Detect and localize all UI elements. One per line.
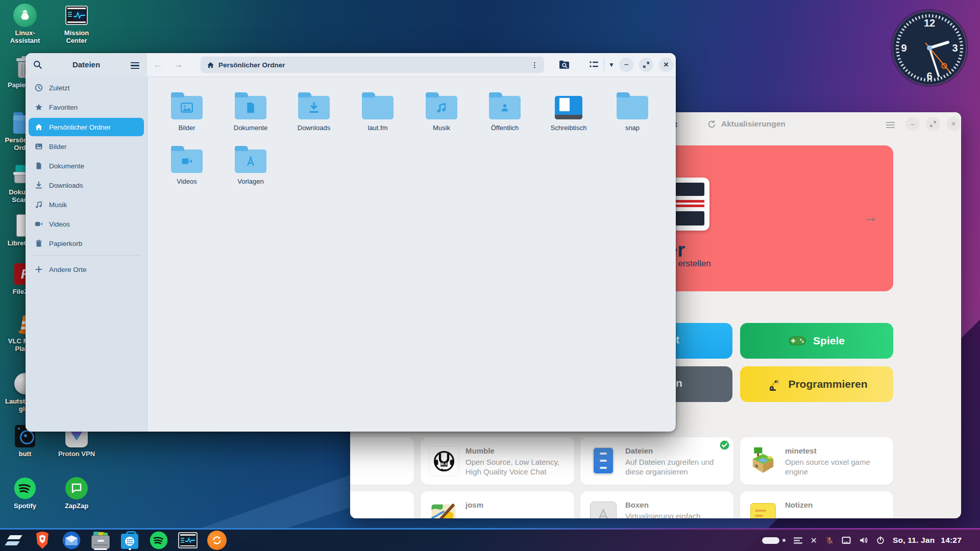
forward-button[interactable]: → <box>174 59 183 70</box>
updates-title: Aktualisierungen <box>707 119 786 129</box>
folder-label: Vorlagen <box>223 178 279 185</box>
app-card-josm[interactable]: josm <box>421 491 574 518</box>
folder-item[interactable]: Downloads <box>286 96 342 132</box>
sidebar-item-andere-orte[interactable]: Andere Orte <box>29 260 144 279</box>
sidebar-item-bilder[interactable]: Bilder <box>29 137 144 156</box>
category-button-spiele[interactable]: Spiele <box>740 323 893 359</box>
app-card-boxen[interactable]: Boxen Virtualisierung einfach <box>580 491 733 518</box>
updates-maximize-button[interactable] <box>926 117 940 131</box>
folder-label: Downloads <box>286 124 342 132</box>
clock-number-3: 3 <box>952 42 958 54</box>
sidebar-item-videos[interactable]: Videos <box>29 215 144 233</box>
files-maximize-button[interactable] <box>639 58 653 72</box>
app-card-dateien[interactable]: Dateien Auf Dateien zugreifen und diese … <box>580 437 733 485</box>
taskbar: ✕ So, 11. Jan 14:27 <box>0 528 980 551</box>
home-icon <box>207 61 214 69</box>
folder-icon-downloads <box>298 96 330 119</box>
files-headerbar[interactable]: Dateien ← → Persönlicher Ordner ⋮ ▼ − <box>26 53 676 77</box>
spotify-icon <box>150 531 168 549</box>
sidebar-item-zuletzt[interactable]: Zuletzt <box>29 79 144 97</box>
updates-menu-button[interactable] <box>886 120 895 130</box>
path-bar[interactable]: Persönlicher Ordner ⋮ <box>201 57 544 73</box>
sidebar-item-favoriten[interactable]: Favoriten <box>29 98 144 116</box>
search-folder-icon[interactable] <box>559 60 570 70</box>
updates-close-button[interactable]: × <box>946 117 961 131</box>
taskbar-spotify-button[interactable] <box>149 530 169 550</box>
sidebar-item-label: Musik <box>49 201 67 209</box>
taskbar-time[interactable]: 14:27 <box>941 536 962 545</box>
sidebar-menu-icon[interactable] <box>131 61 139 70</box>
image-icon <box>35 142 43 151</box>
app-card-hidden[interactable] <box>350 491 414 518</box>
taskbar-date[interactable]: So, 11. Jan <box>893 536 935 545</box>
updates-minimize-button[interactable]: − <box>905 117 920 131</box>
volume-icon[interactable] <box>859 536 868 544</box>
promo-arrow-icon[interactable]: → <box>863 209 877 226</box>
folder-item[interactable]: Öffentlich <box>477 96 533 132</box>
network-wired-icon[interactable] <box>842 536 851 544</box>
folder-item[interactable]: Musik <box>413 96 470 132</box>
app-card-notizen[interactable]: Notizen <box>740 491 893 518</box>
files-minimize-button[interactable]: − <box>619 58 633 72</box>
app-card-minetest[interactable]: minetest Open source voxel game engine <box>740 437 893 485</box>
folder-label: laut.fm <box>350 124 406 132</box>
sidebar-item-papierkorb[interactable]: Papierkorb <box>29 234 144 253</box>
tray-dock-icon[interactable] <box>794 537 802 544</box>
list-view-icon[interactable] <box>590 61 599 69</box>
taskbar-software-button[interactable] <box>119 530 140 550</box>
taskbar-brave-button[interactable] <box>32 530 53 550</box>
sidebar-item-label: Videos <box>49 220 70 228</box>
folder-icon-bilder <box>171 96 203 119</box>
file-cabinet-icon <box>91 532 110 549</box>
music-icon <box>35 201 43 209</box>
folder-label: Dokumente <box>223 124 279 132</box>
desktop-icon-spotify[interactable]: Spotify <box>4 476 46 510</box>
taskbar-files-button[interactable] <box>90 530 111 550</box>
folder-item[interactable]: laut.fm <box>350 96 406 132</box>
folder-item[interactable]: Schreibtisch <box>541 96 597 132</box>
sidebar-item-dokumente[interactable]: Dokumente <box>29 157 144 175</box>
power-icon[interactable] <box>876 536 885 544</box>
tray-tablet-indicator[interactable] <box>762 537 786 544</box>
mumble-icon: BLE <box>429 446 459 477</box>
desktop-icon-zapzap[interactable]: ZapZap <box>55 476 98 510</box>
taskbar-thunderbird-button[interactable] <box>61 530 82 550</box>
folder-item[interactable]: Vorlagen <box>223 149 279 185</box>
folder-icon-vorlagen <box>235 149 266 173</box>
thunderbird-icon <box>62 531 81 549</box>
mission-center-icon <box>64 3 89 28</box>
view-options-caret-icon[interactable]: ▼ <box>608 61 615 68</box>
sidebar-item-label: Bilder <box>49 143 67 151</box>
folder-icon-dokumente <box>235 96 266 119</box>
folder-item[interactable]: Bilder <box>159 96 215 132</box>
sidebar-item-musik[interactable]: Musik <box>29 195 144 214</box>
linux-assistant-icon <box>13 3 37 28</box>
folder-item[interactable]: snap <box>604 96 660 132</box>
sidebar-item-downloads[interactable]: Downloads <box>29 176 144 194</box>
pill-indicator-icon <box>762 537 779 544</box>
taskbar-updates-button[interactable] <box>207 530 227 550</box>
app-title: Dateien <box>26 60 147 69</box>
files-app-icon <box>589 446 618 475</box>
video-icon <box>35 220 43 228</box>
zapzap-icon <box>64 476 89 500</box>
desktop-icon-mission-center[interactable]: Mission Center <box>55 3 98 45</box>
path-menu-icon[interactable]: ⋮ <box>531 61 538 69</box>
folder-item[interactable]: Dokumente <box>223 96 279 132</box>
files-sidebar-header: Dateien <box>26 53 147 77</box>
app-card-hidden[interactable] <box>350 437 414 485</box>
back-button[interactable]: ← <box>153 59 163 70</box>
folder-item[interactable]: Videos <box>159 149 215 185</box>
refresh-icon <box>707 120 716 129</box>
mic-muted-icon[interactable] <box>825 536 834 545</box>
desktop-icon-linux-assistant[interactable]: Linux-Assistant <box>4 3 46 45</box>
tray-input-leap-icon[interactable]: ✕ <box>811 536 817 545</box>
taskbar-zorin-menu-button[interactable] <box>3 530 23 550</box>
app-card-mumble[interactable]: BLE Mumble Open Source, Low Latency, Hig… <box>421 437 574 485</box>
app-card-title: josm <box>465 500 483 509</box>
category-button-programmieren[interactable]: Programmieren <box>740 366 893 402</box>
sidebar-item-persoenlicher-ordner[interactable]: Persönlicher Ordner <box>29 118 144 136</box>
files-close-button[interactable]: × <box>659 58 673 72</box>
clock-icon <box>35 84 43 92</box>
taskbar-mission-center-button[interactable] <box>178 530 198 550</box>
